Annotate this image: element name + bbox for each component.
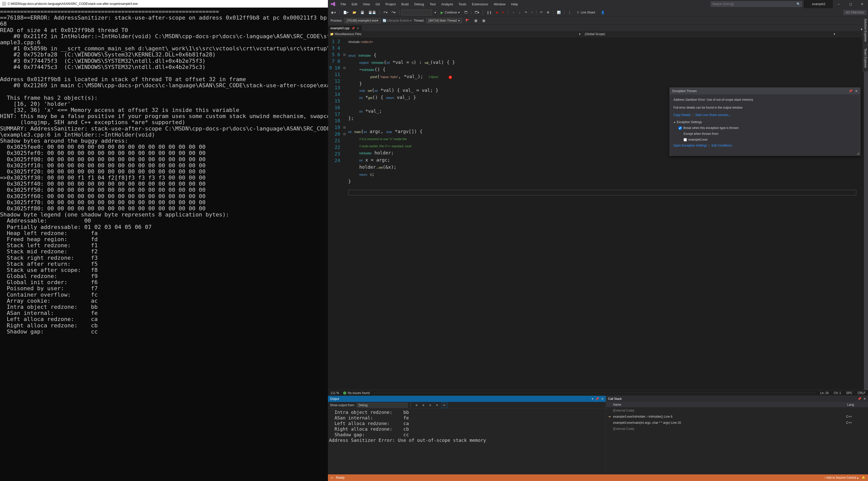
callstack-header[interactable]: Call Stack 📌 ✕ bbox=[606, 396, 868, 402]
debug-flag-button[interactable]: 🚩 bbox=[464, 18, 471, 23]
menu-edit[interactable]: Edit bbox=[349, 1, 360, 7]
char-indicator[interactable]: Ch: 1 bbox=[834, 391, 841, 395]
step-into-button[interactable]: ↓ bbox=[518, 10, 522, 15]
output-text[interactable]: Intra object redzone: bb ASan internal: … bbox=[328, 409, 606, 474]
lifecycle-events[interactable]: 🔄 Lifecycle Events ▾ bbox=[382, 19, 412, 22]
start-liveshare-link[interactable]: Start Live Share session... bbox=[695, 113, 731, 117]
step-out-button[interactable]: ↑ bbox=[530, 10, 534, 15]
undo-button[interactable]: ↶▾ bbox=[382, 10, 389, 15]
menu-window[interactable]: Window bbox=[491, 1, 508, 7]
callstack-row[interactable]: [External Code] bbox=[606, 408, 868, 414]
open-button[interactable]: 📂 bbox=[351, 10, 358, 15]
code-editor[interactable]: 1 2 3 4 5 6 7 8 9 10 11 12 13 14 15 16 1… bbox=[328, 37, 868, 390]
maximize-button[interactable]: ▢ bbox=[845, 0, 856, 8]
search-input[interactable]: Search (Ctrl+Q) 🔍 bbox=[711, 1, 802, 7]
toolbar-btn-a[interactable]: 🗔 bbox=[463, 10, 469, 15]
exception-settings-header[interactable]: ▲Exception Settings bbox=[673, 120, 857, 125]
debug-tool-b[interactable]: ▦ bbox=[481, 18, 487, 23]
menu-test[interactable]: Test bbox=[427, 1, 438, 7]
close-button[interactable]: ✕ bbox=[856, 0, 868, 8]
callstack-lang-col[interactable]: Lang bbox=[845, 403, 868, 407]
issues-text[interactable]: No issues found bbox=[348, 391, 370, 395]
callstack-columns[interactable]: Name Lang bbox=[606, 402, 868, 408]
line-indicator[interactable]: Ln: 24 bbox=[820, 391, 829, 395]
nav-back-button[interactable]: ◉ ▾ bbox=[330, 10, 337, 15]
restart-button[interactable]: ⟳ bbox=[500, 10, 506, 15]
output-tool-b[interactable]: ≡ bbox=[421, 403, 426, 408]
live-share-button[interactable]: ⇪ Live Share bbox=[574, 11, 598, 14]
thread-dropdown[interactable]: [49724] Main Thread▾ bbox=[426, 18, 462, 23]
save-all-button[interactable]: 💾💾 bbox=[367, 10, 377, 15]
output-tool-wrap[interactable]: ↵ bbox=[441, 403, 447, 408]
toolbar-btn-d[interactable]: ⚙ bbox=[545, 10, 551, 15]
notifications-icon[interactable]: 🔔 bbox=[862, 476, 865, 479]
output-source-dropdown[interactable]: Debug bbox=[356, 403, 407, 408]
close-tab-icon[interactable]: ✕ bbox=[356, 27, 359, 30]
zoom-level[interactable]: 111 % bbox=[331, 391, 339, 395]
menu-file[interactable]: File bbox=[338, 1, 348, 7]
menu-analyze[interactable]: Analyze bbox=[439, 1, 455, 7]
resize-grip-icon[interactable]: ◢ bbox=[670, 151, 860, 155]
nav-scope-1[interactable]: 📁Miscellaneous Files▾ bbox=[328, 31, 583, 37]
save-button[interactable]: 💾 bbox=[359, 10, 366, 15]
break-checkbox[interactable] bbox=[679, 126, 682, 130]
config-dropdown[interactable] bbox=[401, 10, 432, 15]
nav-scope-2[interactable]: (Global Scope)▾ bbox=[583, 31, 838, 37]
debug-tool-a[interactable]: ▦ bbox=[473, 18, 479, 23]
solution-explorer-tab[interactable]: Solution Explorer bbox=[862, 15, 868, 45]
output-tool-c[interactable]: ≡ bbox=[428, 403, 432, 408]
error-glyph-icon[interactable]: ✕ bbox=[448, 75, 452, 79]
toolbar-btn-c[interactable]: ↶ bbox=[538, 10, 544, 15]
continue-button[interactable]: ▶Continue▾ bbox=[439, 10, 462, 15]
new-item-button[interactable]: 📄▾ bbox=[342, 10, 350, 15]
stop-button[interactable]: ■ bbox=[494, 10, 499, 15]
open-exception-settings-link[interactable]: Open Exception Settings bbox=[673, 144, 707, 147]
team-explorer-tab[interactable]: Team Explorer bbox=[862, 45, 868, 71]
console-output[interactable]: ========================================… bbox=[0, 8, 328, 481]
output-dropdown-icon[interactable]: ▾ bbox=[592, 397, 593, 400]
output-tool-d[interactable]: ≡ bbox=[435, 403, 439, 408]
menu-project[interactable]: Project bbox=[383, 1, 398, 7]
callstack-row[interactable]: example3.exe!main(int argc, char * * arg… bbox=[606, 420, 868, 426]
spaces-indicator[interactable]: SPC bbox=[846, 391, 852, 395]
output-close-icon[interactable]: ✕ bbox=[601, 397, 604, 400]
output-pin-icon[interactable]: 📌 bbox=[595, 397, 599, 400]
titlebar[interactable]: File Edit View Git Project Build Debug T… bbox=[328, 0, 868, 8]
except-exe-row[interactable]: example3.exe bbox=[684, 137, 857, 142]
menu-help[interactable]: Help bbox=[508, 1, 521, 7]
menu-extensions[interactable]: Extensions bbox=[469, 1, 491, 7]
pause-button[interactable]: ❚❚ bbox=[485, 10, 493, 15]
platform-dropdown[interactable]: ▾ bbox=[433, 10, 438, 15]
redo-button[interactable]: ↷▾ bbox=[390, 10, 397, 15]
copy-details-link[interactable]: Copy Details bbox=[673, 113, 691, 117]
output-header[interactable]: Output ▾ 📌 ✕ bbox=[328, 396, 606, 402]
feedback-button[interactable]: 👤 bbox=[599, 10, 606, 15]
file-tab-example3[interactable]: example3.cpp 📌 ✕ bbox=[328, 26, 362, 31]
console-titlebar[interactable]: C:\MSDN\cpp-docs-pr\docs\c-language\ASAN… bbox=[0, 0, 328, 8]
edit-conditions-link[interactable]: Edit Conditions bbox=[712, 144, 732, 147]
menu-debug[interactable]: Debug bbox=[412, 1, 426, 7]
toolbar-btn-f[interactable]: ⋮ bbox=[566, 10, 572, 15]
menu-git[interactable]: Git bbox=[373, 1, 382, 7]
step-over-button[interactable]: ↷ bbox=[523, 10, 529, 15]
process-dropdown[interactable]: [76188] example3.exe▾ bbox=[344, 18, 380, 23]
menu-view[interactable]: View bbox=[360, 1, 372, 7]
toolbar-btn-b[interactable]: 🗔▾ bbox=[473, 10, 481, 15]
menu-build[interactable]: Build bbox=[399, 1, 411, 7]
editor-vscroll[interactable] bbox=[864, 37, 868, 390]
minimize-button[interactable]: ─ bbox=[833, 0, 845, 8]
break-checkbox-row[interactable]: Break when this exception type is thrown bbox=[679, 126, 857, 130]
add-source-control[interactable]: ↑ Add to Source Control ▴ bbox=[824, 476, 859, 479]
callstack-row[interactable]: ➜example3.exe!IntHolder::~IntHolder() Li… bbox=[606, 414, 868, 420]
callstack-pin-icon[interactable]: 📌 bbox=[858, 397, 861, 400]
menu-tools[interactable]: Tools bbox=[456, 1, 469, 7]
callstack-name-col[interactable]: Name bbox=[611, 403, 845, 407]
exception-close-icon[interactable]: ✕ bbox=[855, 89, 858, 93]
lineending-indicator[interactable]: CRLF bbox=[858, 391, 865, 395]
exception-pin-icon[interactable]: 📌 bbox=[849, 89, 852, 93]
callstack-row[interactable]: [External Code] bbox=[606, 426, 868, 432]
step-next-button[interactable]: → bbox=[510, 10, 517, 15]
toolbar-btn-e[interactable]: 📊 bbox=[555, 10, 562, 15]
callstack-close-icon[interactable]: ✕ bbox=[863, 397, 866, 400]
except-exe-checkbox[interactable] bbox=[684, 138, 687, 141]
